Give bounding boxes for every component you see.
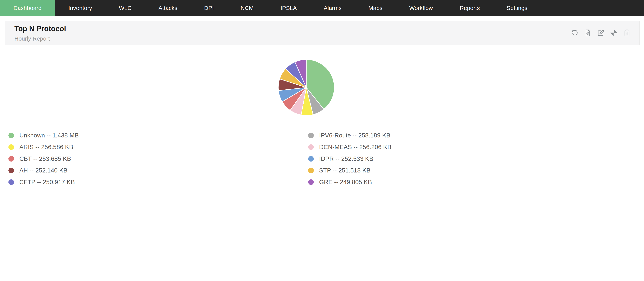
widget-header: Top N Protocol Hourly Report	[4, 21, 640, 45]
refresh-button[interactable]	[571, 29, 578, 36]
legend-item-stp[interactable]: STP -- 251.518 KB	[308, 165, 392, 176]
nav-tab-reports[interactable]: Reports	[446, 0, 493, 16]
protocol-pie-chart	[268, 49, 344, 126]
legend-item-aris[interactable]: ARIS -- 256.586 KB	[8, 141, 78, 153]
widget-subtitle: Hourly Report	[14, 35, 50, 42]
legend-item-gre[interactable]: GRE -- 249.805 KB	[308, 176, 392, 188]
embed-report-icon	[584, 29, 592, 36]
legend-item-idpr[interactable]: IDPR -- 252.533 KB	[308, 153, 392, 165]
legend-column-left: Unknown -- 1.438 MB ARIS -- 256.586 KB C…	[8, 130, 78, 188]
legend-item-ipv6-route[interactable]: IPV6-Route -- 258.189 KB	[308, 130, 392, 141]
legend-label: AH -- 252.140 KB	[19, 167, 68, 174]
refresh-icon	[571, 29, 578, 36]
legend-dot	[308, 156, 314, 162]
widget-title: Top N Protocol	[14, 25, 66, 33]
embed-report-button[interactable]	[584, 29, 592, 36]
legend-dot	[308, 133, 314, 138]
legend-item-dcn-meas[interactable]: DCN-MEAS -- 256.206 KB	[308, 141, 392, 153]
legend-dot	[8, 168, 14, 173]
nav-tab-maps[interactable]: Maps	[355, 0, 396, 16]
nav-tab-settings[interactable]: Settings	[493, 0, 541, 16]
legend-dot	[308, 179, 314, 185]
move-widget-button[interactable]	[610, 29, 618, 36]
nav-tab-workflow[interactable]: Workflow	[396, 0, 446, 16]
top-navbar: Dashboard Inventory WLC Attacks DPI NCM …	[0, 0, 644, 16]
legend-label: ARIS -- 256.586 KB	[19, 144, 73, 151]
legend-item-cbt[interactable]: CBT -- 253.685 KB	[8, 153, 78, 165]
legend-item-cftp[interactable]: CFTP -- 250.917 KB	[8, 176, 78, 188]
nav-tab-ncm[interactable]: NCM	[227, 0, 267, 16]
legend-label: IPV6-Route -- 258.189 KB	[319, 132, 390, 139]
legend-dot	[8, 156, 14, 162]
edit-widget-icon	[597, 29, 604, 36]
legend-dot	[308, 168, 314, 173]
legend-label: DCN-MEAS -- 256.206 KB	[319, 144, 392, 151]
legend-item-unknown[interactable]: Unknown -- 1.438 MB	[8, 130, 78, 141]
legend-label: GRE -- 249.805 KB	[319, 179, 372, 186]
delete-widget-button	[623, 29, 630, 36]
nav-tab-attacks[interactable]: Attacks	[145, 0, 191, 16]
legend-item-ah[interactable]: AH -- 252.140 KB	[8, 165, 78, 176]
legend-dot	[8, 179, 14, 185]
legend-label: CBT -- 253.685 KB	[19, 155, 71, 162]
edit-widget-button[interactable]	[597, 29, 604, 36]
legend-label: IDPR -- 252.533 KB	[319, 155, 373, 162]
nav-tab-ipsla[interactable]: IPSLA	[267, 0, 310, 16]
nav-tab-inventory[interactable]: Inventory	[55, 0, 106, 16]
legend-label: Unknown -- 1.438 MB	[19, 132, 78, 139]
widget-toolbar	[571, 29, 630, 36]
legend-label: CFTP -- 250.917 KB	[19, 179, 75, 186]
legend-column-right: IPV6-Route -- 258.189 KB DCN-MEAS -- 256…	[308, 130, 392, 188]
legend-label: STP -- 251.518 KB	[319, 167, 370, 174]
nav-tab-alarms[interactable]: Alarms	[310, 0, 355, 16]
delete-widget-icon	[623, 29, 630, 36]
legend-dot	[8, 144, 14, 150]
nav-tab-wlc[interactable]: WLC	[106, 0, 145, 16]
legend-dot	[308, 144, 314, 150]
nav-tab-dpi[interactable]: DPI	[191, 0, 227, 16]
legend-dot	[8, 133, 14, 138]
move-widget-icon	[610, 29, 618, 36]
nav-tab-dashboard[interactable]: Dashboard	[0, 0, 55, 16]
